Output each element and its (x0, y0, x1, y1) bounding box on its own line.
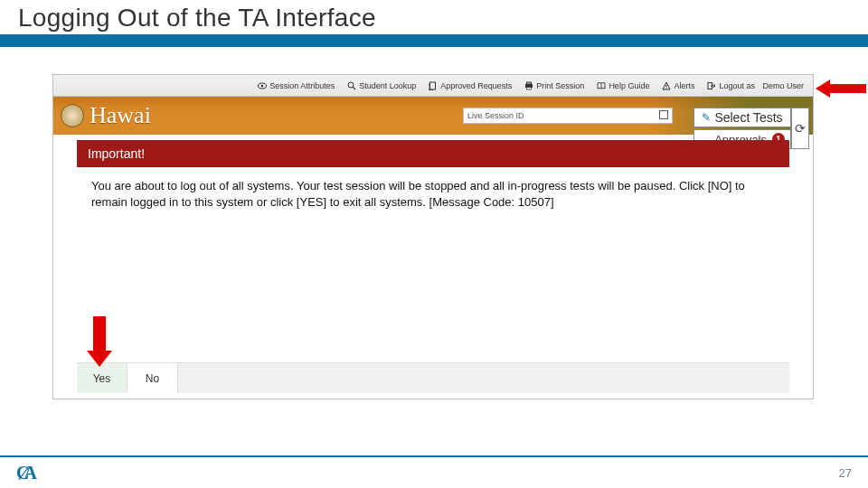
annotation-arrow-logout (816, 78, 866, 103)
svg-point-2 (348, 82, 354, 88)
logo-a: ⁄A (24, 463, 34, 483)
toolbar-logout[interactable]: Logout as Demo User (707, 81, 804, 90)
printer-icon (524, 81, 533, 90)
modal-body: You are about to log out of all systems.… (77, 167, 789, 362)
toolbar-session-attributes[interactable]: Session Attributes (258, 81, 335, 90)
annotation-arrow-yes (85, 316, 114, 371)
modal-no-label: No (146, 372, 159, 385)
logout-username: Demo User (762, 81, 804, 90)
svg-rect-7 (527, 87, 532, 89)
eye-icon (258, 81, 267, 90)
slide-number: 27 (839, 466, 852, 480)
session-id-label: Live Session ID (467, 111, 524, 120)
toolbar-help-guide[interactable]: Help Guide (597, 81, 649, 90)
doc-icon (429, 81, 438, 90)
select-tests-button[interactable]: ✎ Select Tests (693, 108, 791, 127)
logout-icon (707, 81, 716, 90)
session-id-box[interactable]: Live Session ID (463, 108, 673, 124)
slide-footer: C⁄A 27 (0, 455, 868, 488)
modal-yes-label: Yes (93, 372, 111, 385)
select-tests-label: Select Tests (714, 110, 782, 125)
slide-title: Logging Out of the TA Interface (18, 4, 376, 33)
slide-title-zone: Logging Out of the TA Interface (0, 0, 868, 47)
ta-interface-screenshot: Session Attributes Student Lookup Approv… (52, 74, 814, 399)
modal-title: Important! (88, 146, 145, 161)
toolbar-item-label: Session Attributes (269, 81, 335, 90)
toolbar-approved-requests[interactable]: Approved Requests (429, 81, 512, 90)
footer-logo: C⁄A (16, 463, 39, 483)
toolbar-item-label: Help Guide (609, 81, 649, 90)
modal-no-button[interactable]: No (127, 363, 178, 393)
refresh-button[interactable]: ⟳ (791, 108, 809, 149)
pencil-icon: ✎ (702, 111, 711, 124)
brand-seal-icon (61, 104, 84, 127)
toolbar-item-label: Print Session (536, 81, 584, 90)
toolbar-item-label: Student Lookup (359, 81, 416, 90)
toolbar-student-lookup[interactable]: Student Lookup (347, 81, 416, 90)
brand-title: Hawai (90, 102, 151, 129)
logout-prefix: Logout as (719, 81, 755, 90)
modal-message: You are about to log out of all systems.… (91, 179, 745, 209)
svg-marker-14 (816, 80, 866, 98)
svg-point-1 (261, 84, 264, 87)
toolbar-item-label: Approved Requests (440, 81, 512, 90)
svg-marker-15 (87, 316, 112, 367)
app-toolbar: Session Attributes Student Lookup Approv… (53, 75, 813, 97)
svg-line-3 (353, 87, 355, 89)
svg-point-11 (666, 88, 667, 89)
modal-header: Important! (77, 140, 789, 167)
svg-rect-4 (430, 82, 436, 89)
modal-footer: Yes No (77, 362, 789, 393)
svg-rect-6 (527, 82, 532, 84)
popout-icon[interactable] (659, 110, 668, 119)
toolbar-item-label: Alerts (674, 81, 694, 90)
search-icon (347, 81, 356, 90)
refresh-icon: ⟳ (795, 121, 806, 136)
alert-icon (662, 81, 671, 90)
logout-modal: Important! You are about to log out of a… (77, 140, 789, 393)
title-underline (0, 34, 868, 47)
toolbar-alerts[interactable]: Alerts (662, 81, 694, 90)
book-icon (597, 81, 606, 90)
toolbar-print-session[interactable]: Print Session (524, 81, 584, 90)
